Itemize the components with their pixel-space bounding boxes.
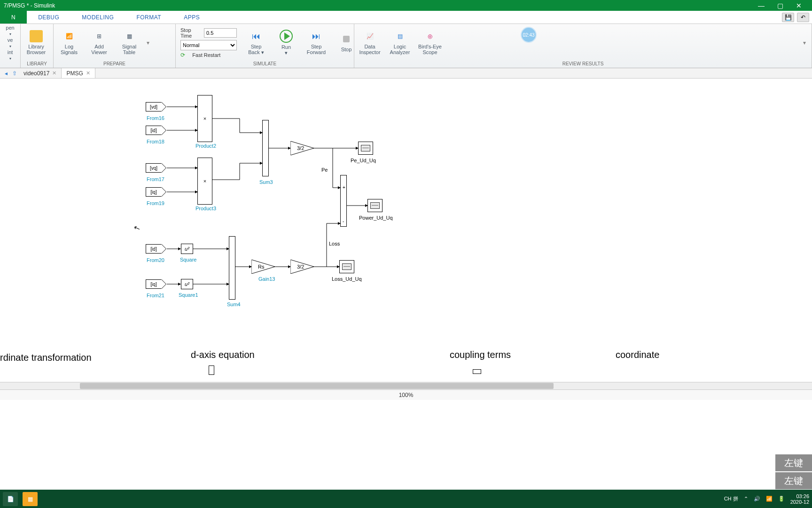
annotation: coordinate: [616, 349, 659, 360]
overlay-text: 左键: [775, 454, 812, 471]
save-button[interactable]: ve: [8, 37, 13, 43]
block-label: Gain13: [258, 276, 275, 282]
group-simulate: SIMULATE: [179, 60, 351, 67]
scope-power[interactable]: [367, 199, 383, 212]
scope-icon: [342, 263, 351, 270]
wires: [0, 79, 812, 382]
from-block-id2[interactable]: [id]: [146, 244, 162, 254]
tray-wifi-icon[interactable]: 📶: [766, 496, 773, 502]
block-stub[interactable]: [209, 365, 214, 375]
date[interactable]: 2020-12: [790, 499, 809, 505]
from-block-iq[interactable]: [iq]: [146, 187, 162, 197]
block-stub[interactable]: [473, 369, 481, 374]
nav-up-icon[interactable]: ⇧: [10, 70, 19, 77]
save-icon[interactable]: 💾: [782, 13, 794, 22]
svg-text:3/2: 3/2: [297, 264, 304, 270]
close-button[interactable]: ✕: [789, 2, 808, 9]
fast-restart-button[interactable]: Fast Restart: [192, 52, 220, 58]
tab-modeling[interactable]: MODELING: [70, 11, 125, 24]
model-canvas[interactable]: [vd] From16 [id] From18 [vq] From17 [iq]…: [0, 79, 812, 382]
nav-back-icon[interactable]: ◂: [2, 70, 10, 77]
scope-pe[interactable]: [358, 142, 373, 155]
minimize-button[interactable]: —: [752, 2, 771, 9]
logic-analyzer-button[interactable]: ▤Logic Analyzer: [387, 30, 413, 55]
from-block-iq2[interactable]: [iq]: [146, 279, 162, 289]
block-label: Sum3: [259, 179, 273, 185]
tab-simulation[interactable]: N: [0, 11, 27, 24]
step-back-button[interactable]: ⏮Step Back ▾: [243, 30, 269, 55]
from-block-vd[interactable]: [vd]: [146, 102, 162, 111]
fast-restart-icon: ⟳: [180, 52, 185, 58]
taskbar-app[interactable]: ▦: [23, 492, 38, 506]
block-label: From16: [147, 115, 164, 121]
ime-indicator[interactable]: CH 拼: [724, 495, 738, 502]
sum4-block[interactable]: [229, 236, 235, 300]
play-icon: [280, 30, 293, 43]
square1-block[interactable]: u²: [181, 279, 193, 289]
from-block-vq[interactable]: [vq]: [146, 163, 162, 173]
signal-label-loss: Loss: [329, 241, 340, 246]
tray-volume-icon[interactable]: 🔊: [754, 496, 760, 502]
from-block-id[interactable]: [id]: [146, 126, 162, 135]
gain-3-2a-block[interactable]: 3/2: [290, 141, 314, 155]
wifi-icon: 📶: [62, 30, 76, 42]
log-signals-button[interactable]: 📶Log Signals: [56, 30, 82, 55]
scroll-thumb[interactable]: [80, 383, 554, 389]
data-inspector-button[interactable]: 📈Data Inspector: [357, 30, 383, 55]
zoom-level[interactable]: 100%: [399, 392, 414, 398]
scope-label: Pe_Ud_Uq: [351, 158, 376, 163]
tab-format[interactable]: FORMAT: [125, 11, 172, 24]
ribbon: pen▾ ve▾ int▾ Library Browser LIBRARY 📶L…: [0, 24, 812, 68]
tab-debug[interactable]: DEBUG: [27, 11, 70, 24]
step-forward-button[interactable]: ⏭Step Forward: [304, 30, 329, 55]
open-button[interactable]: pen: [6, 25, 14, 31]
step-back-icon: ⏮: [250, 30, 263, 42]
svg-text:Rs: Rs: [258, 264, 265, 270]
library-browser-button[interactable]: Library Browser: [23, 30, 49, 55]
taskbar-app[interactable]: 📄: [3, 492, 18, 506]
library-icon: [30, 30, 43, 42]
block-label: From20: [147, 257, 164, 263]
close-tab-icon[interactable]: ✕: [52, 70, 56, 76]
maximize-button[interactable]: ▢: [771, 2, 789, 9]
gain-rs-block[interactable]: Rs: [251, 260, 275, 274]
signal-table-button[interactable]: ▦Signal Table: [117, 30, 142, 55]
viewer-icon: ⊞: [93, 30, 106, 42]
scope-loss[interactable]: [339, 260, 354, 273]
add-viewer-button[interactable]: ⊞Add Viewer: [86, 30, 112, 55]
stop-icon: [340, 33, 353, 45]
group-review: REVIEW RESULTS: [357, 60, 809, 67]
block-label: Product3: [195, 206, 216, 211]
gain-3-2b-block[interactable]: 3/2: [290, 260, 314, 274]
product3-block[interactable]: ×: [197, 158, 212, 205]
step-forward-icon: ⏭: [310, 30, 323, 42]
title-bar: 7/PMSG * - Simulink — ▢ ✕: [0, 0, 812, 11]
svg-text:3/2: 3/2: [297, 145, 304, 151]
product2-block[interactable]: ×: [197, 95, 212, 142]
h-scrollbar[interactable]: [0, 382, 812, 389]
annotation: coupling terms: [450, 349, 511, 360]
tray-battery-icon[interactable]: 🔋: [778, 496, 785, 502]
taskbar[interactable]: 📄 ▦ CH 拼 ⌃ 🔊 📶 🔋 03:26 2020-12: [0, 490, 812, 508]
annotation: d-axis equation: [191, 349, 255, 360]
group-prepare: PREPARE: [56, 60, 172, 67]
close-tab-icon[interactable]: ✕: [86, 70, 90, 76]
block-label: Product2: [195, 143, 216, 149]
status-bar: 100%: [0, 389, 812, 400]
sim-mode-select[interactable]: Normal: [180, 40, 237, 50]
run-button[interactable]: Run ▾: [273, 30, 299, 56]
stop-time-input[interactable]: [204, 28, 237, 38]
square-block[interactable]: u²: [181, 244, 193, 254]
undo-icon[interactable]: ↶: [797, 13, 809, 22]
tab-apps[interactable]: APPS: [172, 11, 211, 24]
table-icon: ▦: [123, 30, 136, 42]
file-tab-pmsg[interactable]: PMSG✕: [62, 68, 95, 78]
file-tab-video[interactable]: video0917✕: [19, 68, 62, 78]
nav-bar: ◂ ⇧ video0917✕ PMSG✕: [0, 68, 812, 79]
logic-icon: ▤: [393, 30, 406, 42]
clock[interactable]: 03:26: [790, 493, 809, 499]
sum3-block[interactable]: [262, 120, 269, 176]
tray-chevron-icon[interactable]: ⌃: [744, 496, 748, 502]
birds-eye-button[interactable]: ◎Bird's-Eye Scope: [417, 30, 443, 55]
print-button[interactable]: int: [8, 49, 13, 55]
